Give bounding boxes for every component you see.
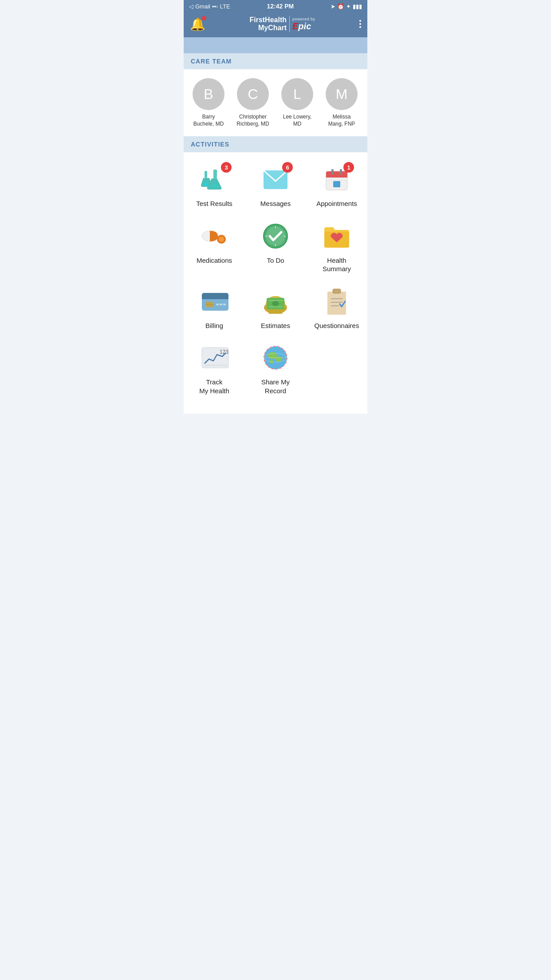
care-name-0: BarryBuchele, MD bbox=[193, 114, 224, 127]
badge-appointments: 1 bbox=[343, 162, 354, 173]
icon-wrap-todo bbox=[260, 221, 291, 252]
icon-wrap-estimates bbox=[260, 286, 291, 317]
signal-bars: ▪▪▫ bbox=[212, 3, 218, 10]
epic-text: Epic bbox=[292, 21, 311, 32]
app-name: FirstHealth MyChart bbox=[249, 16, 287, 32]
billing-icon bbox=[201, 292, 228, 311]
svg-rect-2 bbox=[205, 171, 207, 178]
clock: 12:42 PM bbox=[267, 3, 294, 10]
battery-icon: ▮▮▮ bbox=[353, 3, 362, 10]
activity-item-medications[interactable]: Medications bbox=[184, 213, 245, 279]
care-team-header: CARE TEAM bbox=[184, 53, 367, 69]
activity-item-health-summary[interactable]: HealthSummary bbox=[306, 213, 367, 279]
care-name-1: ChristopherRichberg, MD bbox=[236, 114, 269, 127]
svg-rect-40 bbox=[333, 289, 341, 293]
badge-test-results: 3 bbox=[221, 162, 232, 173]
status-left: ◁ Gmail ▪▪▫ LTE bbox=[189, 3, 230, 10]
svg-point-14 bbox=[219, 237, 224, 242]
svg-rect-29 bbox=[220, 304, 222, 305]
network-type: LTE bbox=[220, 3, 230, 10]
svg-rect-0 bbox=[213, 170, 217, 178]
care-member-2[interactable]: L Lee Lowery,MD bbox=[279, 78, 315, 127]
activity-label-estimates: Estimates bbox=[261, 321, 290, 330]
icon-wrap-medications bbox=[199, 221, 230, 252]
alarm-icon: ⏰ bbox=[337, 3, 344, 10]
activities-header: ACTIVITIES bbox=[184, 136, 367, 152]
activity-label-appointments: Appointments bbox=[316, 199, 357, 208]
icon-wrap-questionnaires bbox=[321, 286, 352, 317]
bottom-safe-area bbox=[184, 405, 367, 414]
activity-item-test-results[interactable]: 3 Test Results bbox=[184, 157, 245, 213]
care-member-3[interactable]: M MelissaMang, FNP bbox=[324, 78, 359, 127]
activities-grid: 3 Test Results 6 Messages 1 bbox=[184, 152, 367, 405]
care-member-1[interactable]: C ChristopherRichberg, MD bbox=[235, 78, 271, 127]
svg-rect-9 bbox=[340, 169, 342, 174]
svg-point-3 bbox=[204, 183, 209, 186]
svg-rect-7 bbox=[326, 175, 347, 178]
activity-label-todo: To Do bbox=[267, 256, 284, 265]
medications-icon bbox=[201, 225, 228, 247]
activity-label-questionnaires: Questionnaires bbox=[315, 321, 359, 330]
location-icon: ➤ bbox=[331, 3, 335, 10]
status-right: ➤ ⏰ ✦ ▮▮▮ bbox=[331, 3, 362, 10]
status-bar: ◁ Gmail ▪▪▫ LTE 12:42 PM ➤ ⏰ ✦ ▮▮▮ bbox=[184, 0, 367, 12]
svg-point-49 bbox=[275, 356, 282, 362]
powered-by-label: powered by bbox=[292, 17, 315, 21]
activity-item-share-record[interactable]: Share MyRecord bbox=[245, 335, 306, 400]
estimates-icon bbox=[262, 289, 289, 313]
svg-rect-23 bbox=[202, 296, 228, 299]
icon-wrap-billing bbox=[199, 286, 230, 317]
epic-logo: powered by Epic bbox=[292, 17, 315, 32]
notification-dot bbox=[202, 16, 206, 20]
svg-rect-37 bbox=[268, 309, 283, 314]
activity-item-estimates[interactable]: Estimates bbox=[245, 279, 306, 336]
care-name-3: MelissaMang, FNP bbox=[328, 114, 355, 127]
svg-rect-10 bbox=[333, 181, 340, 187]
notification-bell[interactable]: 🔔 bbox=[190, 17, 205, 32]
icon-wrap-track-health: 123 bbox=[199, 342, 230, 373]
icon-wrap-share-record bbox=[260, 342, 291, 373]
activity-label-share-record: Share MyRecord bbox=[261, 378, 290, 395]
svg-rect-8 bbox=[331, 169, 334, 174]
blue-banner bbox=[184, 37, 367, 53]
icon-wrap-test-results: 3 bbox=[199, 164, 230, 195]
care-avatar-0: B bbox=[193, 78, 224, 110]
todo-icon bbox=[263, 223, 288, 249]
care-name-2: Lee Lowery,MD bbox=[283, 114, 311, 127]
care-avatar-2: L bbox=[281, 78, 313, 110]
activities-section: 3 Test Results 6 Messages 1 bbox=[184, 152, 367, 405]
care-avatar-1: C bbox=[237, 78, 269, 110]
badge-messages: 6 bbox=[282, 162, 293, 173]
logo-divider bbox=[289, 16, 290, 32]
activity-label-medications: Medications bbox=[197, 256, 232, 265]
questionnaires-icon bbox=[326, 288, 348, 315]
activity-label-messages: Messages bbox=[260, 199, 291, 208]
health-summary-icon bbox=[323, 224, 350, 248]
icon-wrap-appointments: 1 bbox=[321, 164, 352, 195]
activity-item-billing[interactable]: Billing bbox=[184, 279, 245, 336]
activity-item-track-health[interactable]: 123 TrackMy Health bbox=[184, 335, 245, 400]
bluetooth-icon: ✦ bbox=[346, 3, 351, 10]
care-avatar-3: M bbox=[326, 78, 358, 110]
care-member-0[interactable]: B BarryBuchele, MD bbox=[191, 78, 226, 127]
activity-item-questionnaires[interactable]: Questionnaires bbox=[306, 279, 367, 336]
activity-label-health-summary: HealthSummary bbox=[323, 256, 351, 273]
svg-rect-30 bbox=[223, 304, 226, 305]
activity-label-billing: Billing bbox=[205, 321, 223, 330]
share-record-icon bbox=[263, 345, 288, 371]
icon-wrap-health-summary bbox=[321, 221, 352, 252]
activity-item-messages[interactable]: 6 Messages bbox=[245, 157, 306, 213]
track-health-icon: 123 bbox=[201, 347, 228, 369]
activity-item-todo[interactable]: To Do bbox=[245, 213, 306, 279]
activity-label-track-health: TrackMy Health bbox=[199, 378, 229, 395]
back-arrow: ◁ bbox=[189, 3, 193, 10]
svg-point-34 bbox=[272, 301, 279, 306]
activity-label-test-results: Test Results bbox=[196, 199, 232, 208]
svg-point-1 bbox=[213, 184, 218, 188]
activity-item-appointments[interactable]: 1 Appointments bbox=[306, 157, 367, 213]
more-options-button[interactable] bbox=[359, 20, 361, 28]
svg-rect-28 bbox=[216, 304, 219, 305]
app-header: 🔔 FirstHealth MyChart powered by Epic bbox=[184, 12, 367, 37]
icon-wrap-messages: 6 bbox=[260, 164, 291, 195]
carrier-label: Gmail bbox=[195, 3, 210, 10]
